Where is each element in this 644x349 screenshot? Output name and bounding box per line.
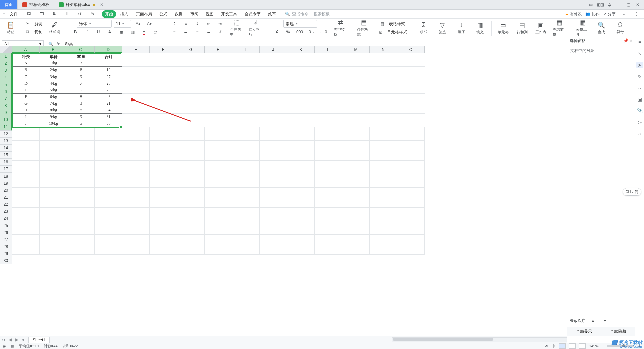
merge-center-button[interactable]: ⬚合并居中 xyxy=(230,20,244,36)
close-window-icon[interactable]: ✕ xyxy=(635,2,641,7)
underline-button[interactable]: U xyxy=(94,28,103,36)
fill-button[interactable]: ▥填充 xyxy=(473,20,487,36)
cut-button[interactable]: 剪切 xyxy=(34,21,42,27)
font-color-button[interactable]: A xyxy=(139,28,149,36)
increase-font-icon[interactable]: A▴ xyxy=(133,20,143,28)
unsaved-changes-link[interactable]: ☁有修改 xyxy=(565,11,582,17)
file-menu[interactable]: 文件 xyxy=(7,10,21,18)
dec-decimal-icon[interactable]: ←.0 xyxy=(318,28,328,36)
cell-style-button[interactable]: 单元格样式 xyxy=(387,29,407,35)
col-header-G[interactable]: G xyxy=(177,46,205,48)
coop-link[interactable]: 👥协作 xyxy=(585,11,600,17)
pin-icon[interactable]: 📌 xyxy=(623,38,628,43)
undo-icon[interactable]: ↺ xyxy=(75,10,85,18)
tab-template[interactable]: 找稻壳模板 xyxy=(18,0,54,9)
justify-icon[interactable]: ≣ xyxy=(204,28,213,36)
border-button[interactable]: ▦ xyxy=(116,28,126,36)
col-header-M[interactable]: M xyxy=(342,46,370,48)
ribbon-tab-efficiency[interactable]: 效率 xyxy=(265,10,279,18)
share-link[interactable]: ↗分享 xyxy=(603,11,616,17)
align-left-icon[interactable]: ≡ xyxy=(170,28,179,36)
cond-format-button[interactable]: ▤条件格式 xyxy=(357,20,370,36)
skin-icon[interactable]: ◒ xyxy=(606,2,612,7)
decrease-font-icon[interactable]: A▾ xyxy=(145,20,154,28)
col-header-J[interactable]: J xyxy=(260,46,287,48)
tab-document[interactable]: 种类单价.xlsx ● ✕ xyxy=(54,0,108,9)
command-search[interactable]: 🔍 查找命令, 搜索模板 xyxy=(285,11,329,17)
bold-button[interactable]: B xyxy=(71,28,80,36)
cells-button[interactable]: ▭单元格 xyxy=(496,20,510,36)
ribbon-tab-member[interactable]: 会员专享 xyxy=(241,10,264,18)
copy-button[interactable]: 复制 xyxy=(34,29,42,35)
cancel-fx-icon[interactable]: 🔍 xyxy=(48,42,53,46)
ribbon-tab-review[interactable]: 审阅 xyxy=(187,10,201,18)
print-icon[interactable]: 🖶 xyxy=(50,10,59,18)
col-header-F[interactable]: F xyxy=(150,46,177,48)
new-tab-button[interactable]: ＋ xyxy=(108,0,118,9)
print-preview-icon[interactable]: 🗔 xyxy=(37,10,46,18)
col-header-H[interactable]: H xyxy=(205,46,232,48)
ribbon-tab-developer[interactable]: 开发工具 xyxy=(218,10,240,18)
strike-button[interactable]: A̶ xyxy=(105,28,114,36)
ribbon-tab-data[interactable]: 数据 xyxy=(172,10,186,18)
col-header-K[interactable]: K xyxy=(287,46,315,48)
save-icon[interactable]: 🖫 xyxy=(24,10,34,18)
align-center-icon[interactable]: ≣ xyxy=(181,28,191,36)
fx-icon[interactable]: fx xyxy=(57,42,60,46)
ribbon-tab-view[interactable]: 视图 xyxy=(203,10,217,18)
apps-icon[interactable]: ◧◨ xyxy=(597,2,603,7)
thousands-icon[interactable]: 000 xyxy=(295,28,304,36)
table-tools-button[interactable]: ▦表格工具 xyxy=(576,20,589,36)
highlight-button[interactable]: ◎ xyxy=(151,28,160,36)
col-header-I[interactable]: I xyxy=(232,46,260,48)
fill-color-button[interactable]: ▥ xyxy=(128,28,137,36)
align-top-icon[interactable]: ⇡ xyxy=(170,20,179,28)
tab-home[interactable]: 首页 xyxy=(0,0,18,9)
col-header-B[interactable]: B xyxy=(40,46,67,48)
ribbon-tab-layout[interactable]: 页面布局 xyxy=(133,10,155,18)
col-header-L[interactable]: L xyxy=(315,46,342,48)
currency-icon[interactable]: ¥ xyxy=(272,28,281,36)
inc-decimal-icon[interactable]: .0→ xyxy=(306,28,316,36)
ribbon-tab-insert[interactable]: 插入 xyxy=(117,10,131,18)
indent-inc-icon[interactable]: ⇥ xyxy=(215,20,225,28)
percent-icon[interactable]: % xyxy=(283,28,293,36)
filter-button[interactable]: ▽筛选 xyxy=(436,20,449,36)
freeze-button[interactable]: ▦冻结窗格 xyxy=(553,20,566,36)
ribbon-tab-formula[interactable]: 公式 xyxy=(156,10,170,18)
copy-icon[interactable]: ⧉ xyxy=(23,28,32,36)
minimize-icon[interactable]: — xyxy=(616,2,622,7)
col-header-A[interactable]: A xyxy=(12,46,40,48)
maximize-icon[interactable]: ▢ xyxy=(625,2,631,7)
cell-style-icon[interactable]: ▧ xyxy=(376,28,385,36)
close-pane-icon[interactable]: ✕ xyxy=(629,38,633,43)
align-right-icon[interactable]: ≡ xyxy=(193,28,202,36)
collapse-ribbon-icon[interactable]: ︿ xyxy=(619,10,629,18)
type-convert-button[interactable]: ⇄类型转换 xyxy=(334,20,347,36)
redo-icon[interactable]: ↻ xyxy=(88,10,97,18)
sort-button[interactable]: ↕排序 xyxy=(454,20,468,36)
align-bottom-icon[interactable]: ⇣ xyxy=(193,20,202,28)
side-hamburger-icon[interactable]: ≡ xyxy=(636,39,643,46)
italic-button[interactable]: I xyxy=(82,28,92,36)
cut-icon[interactable]: ✂ xyxy=(23,20,32,28)
worksheet-button[interactable]: ▣工作表 xyxy=(534,20,547,36)
indent-dec-icon[interactable]: ⇤ xyxy=(204,20,213,28)
col-header-N[interactable]: N xyxy=(370,46,397,48)
hamburger-icon[interactable]: ≡ xyxy=(3,11,5,17)
formula-input[interactable]: 种类 xyxy=(62,41,73,47)
grid[interactable]: ABCDEFGHIJKLMNO 123456789101112131415161… xyxy=(0,46,567,48)
col-header-C[interactable]: C xyxy=(67,46,95,48)
ribbon-tab-start[interactable]: 开始 xyxy=(102,10,116,18)
table-style-button[interactable]: 表格样式 xyxy=(389,21,405,27)
align-middle-icon[interactable]: ≡ xyxy=(181,20,191,28)
sum-button[interactable]: Σ求和 xyxy=(417,20,430,36)
layout-icon[interactable]: ▭ xyxy=(588,2,594,7)
find-button[interactable]: 🔍查找 xyxy=(595,20,608,36)
more-menu-icon[interactable]: ⋮ xyxy=(632,10,641,18)
format-painter-button[interactable]: 🖌格式刷 xyxy=(48,20,61,36)
col-header-O[interactable]: O xyxy=(397,46,425,48)
font-size-combo[interactable]: 11▾ xyxy=(114,20,131,28)
col-header-E[interactable]: E xyxy=(122,46,150,48)
number-format-combo[interactable]: 常规▾ xyxy=(283,20,317,28)
